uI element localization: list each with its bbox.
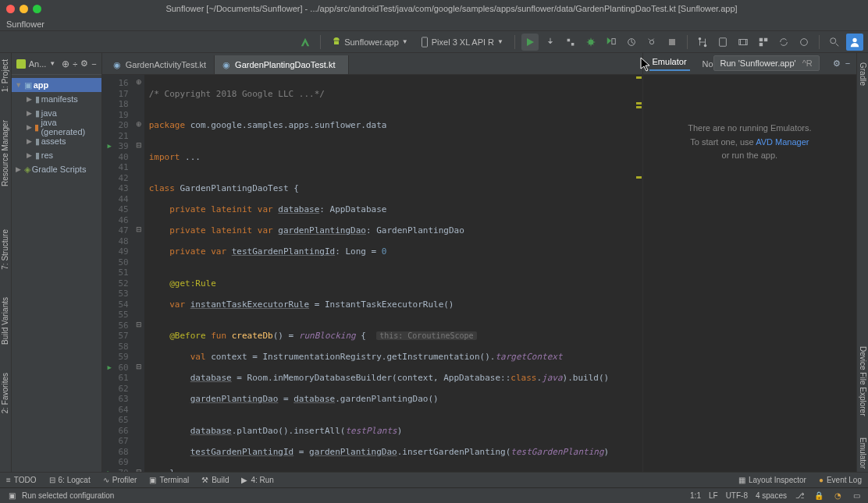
left-tool-strip: 1: Project Resource Manager 7: Structure…	[0, 53, 12, 472]
attach-debugger-button[interactable]	[643, 34, 660, 51]
tool-build-variants[interactable]: Build Variants	[1, 294, 9, 348]
chevron-down-icon: ▼	[497, 38, 503, 45]
make-button[interactable]	[297, 34, 314, 51]
editor-tabs: ◉ GardenActivityTest.kt ◉ GardenPlanting…	[102, 53, 642, 75]
emulator-empty-state: There are no running Emulators. To start…	[643, 75, 857, 472]
tool-run[interactable]: ▶ 4: Run	[241, 476, 273, 484]
run-button[interactable]	[521, 34, 539, 51]
tree-node-java-gen[interactable]: ▶▮java (generated)	[12, 120, 101, 134]
gear-icon[interactable]: ⚙	[833, 58, 841, 69]
breadcrumb-root[interactable]: Sunflower	[6, 19, 44, 29]
sync-button[interactable]	[775, 34, 792, 51]
hide-icon[interactable]: −	[91, 59, 96, 69]
chevron-down-icon[interactable]: ▼	[49, 60, 55, 67]
stop-button[interactable]	[663, 34, 681, 51]
debug-button[interactable]	[582, 34, 599, 51]
window-title: Sunflower [~/Documents/Sunflower] - .../…	[41, 4, 862, 13]
git-branch-icon[interactable]: ⎇	[795, 491, 806, 501]
title-bar: Sunflower [~/Documents/Sunflower] - .../…	[0, 0, 868, 17]
vcs-button[interactable]	[694, 34, 711, 51]
tree-node-app[interactable]: ▼▣ app	[12, 78, 101, 92]
tool-structure[interactable]: 7: Structure	[1, 226, 9, 273]
run-config-selector[interactable]: Sunflower.app ▼	[327, 34, 413, 51]
search-button[interactable]	[826, 34, 843, 51]
project-panel: An... ▼ ⊕ ÷ ⚙ − ▼▣ app ▶▮manifests ▶▮jav…	[12, 53, 102, 472]
resource-manager-button[interactable]	[755, 34, 772, 51]
bottom-tool-bar: ≡ TODO ⊟ 6: Logcat ∿ Profiler ▣ Terminal…	[0, 472, 868, 487]
emulator-tab[interactable]: Emulator	[649, 57, 690, 71]
apply-code-button[interactable]	[562, 34, 579, 51]
indent-setting[interactable]: 4 spaces	[756, 491, 787, 500]
target-icon[interactable]: ⊕	[62, 58, 69, 69]
emulator-header: Emulator No Runni Run 'Sunflower.app' ^R…	[643, 53, 857, 75]
fold-gutter[interactable]: ⊕ ⊕⊟ ⊟ ⊟ ⊟ ⊟	[133, 75, 144, 472]
maximize-window[interactable]	[33, 5, 41, 13]
tree-node-gradle[interactable]: ▶◈Gradle Scripts	[12, 162, 101, 176]
kotlin-file-icon: ◉	[113, 60, 121, 70]
tree-node-res[interactable]: ▶▮res	[12, 148, 101, 162]
memory-icon[interactable]: ▭	[851, 491, 862, 501]
kotlin-file-icon: ◉	[222, 60, 230, 70]
caret-position[interactable]: 1:1	[690, 491, 701, 500]
tool-resource-manager[interactable]: Resource Manager	[1, 117, 9, 190]
minimize-window[interactable]	[20, 5, 28, 13]
tool-layout-inspector[interactable]: ▦ Layout Inspector	[738, 476, 806, 484]
more-button[interactable]	[795, 34, 813, 51]
svg-rect-8	[720, 37, 727, 46]
run-tooltip: Run 'Sunflower.app' ^R	[713, 55, 820, 71]
tree-node-manifests[interactable]: ▶▮manifests	[12, 92, 101, 106]
sdk-manager-button[interactable]	[735, 34, 752, 51]
tab-garden-activity-test[interactable]: ◉ GardenActivityTest.kt	[105, 55, 215, 74]
tool-todo[interactable]: ≡ TODO	[6, 476, 37, 484]
svg-rect-11	[764, 37, 767, 41]
status-bar: ▣ Run selected configuration 1:1 LF UTF-…	[0, 487, 868, 503]
error-stripe[interactable]	[635, 75, 642, 472]
code-editor[interactable]: 161718 192021 394041 424344 454647 48495…	[102, 75, 642, 472]
tool-emulator[interactable]: Emulator	[859, 434, 867, 472]
svg-point-6	[699, 37, 702, 40]
tool-build[interactable]: ⚒ Build	[201, 476, 229, 484]
emulator-panel: Emulator No Runni Run 'Sunflower.app' ^R…	[642, 53, 857, 472]
svg-rect-12	[760, 42, 763, 45]
svg-rect-0	[422, 37, 427, 46]
tool-event-log[interactable]: ● Event Log	[819, 476, 862, 484]
tool-profiler[interactable]: ∿ Profiler	[103, 476, 137, 484]
device-selector[interactable]: Pixel 3 XL API R ▼	[416, 34, 508, 51]
tool-favorites[interactable]: 2: Favorites	[1, 370, 9, 416]
profiler-button[interactable]	[623, 34, 640, 51]
svg-point-14	[831, 37, 836, 43]
svg-rect-2	[612, 38, 615, 44]
svg-point-15	[852, 37, 856, 41]
tool-device-explorer[interactable]: Device File Explorer	[859, 343, 867, 419]
svg-rect-16	[16, 59, 26, 69]
line-gutter[interactable]: 161718 192021 394041 424344 454647 48495…	[102, 75, 133, 472]
tool-terminal[interactable]: ▣ Terminal	[149, 476, 189, 484]
phone-icon	[421, 37, 429, 48]
hide-icon[interactable]: −	[845, 58, 850, 69]
editor-area: ◉ GardenActivityTest.kt ◉ GardenPlanting…	[102, 53, 642, 472]
line-ending[interactable]: LF	[709, 491, 718, 500]
divide-icon[interactable]: ÷	[73, 59, 77, 69]
coverage-button[interactable]	[603, 34, 620, 51]
user-button[interactable]	[846, 34, 863, 51]
right-tool-strip: Gradle Device File Explorer Emulator	[856, 53, 868, 472]
tab-garden-planting-dao-test[interactable]: ◉ GardenPlantingDaoTest.kt	[215, 55, 348, 74]
code-content[interactable]: /* Copyright 2018 Google LLC ...*/ packa…	[144, 75, 642, 472]
apply-changes-button[interactable]	[542, 34, 559, 51]
avd-manager-button[interactable]	[714, 34, 731, 51]
gear-icon[interactable]: ⚙	[80, 58, 88, 69]
file-encoding[interactable]: UTF-8	[726, 491, 748, 500]
android-icon	[16, 59, 26, 69]
avd-manager-link[interactable]: AVD Manager	[756, 137, 809, 147]
readonly-icon[interactable]: 🔒	[813, 491, 824, 501]
tool-window-icon[interactable]: ▣	[6, 491, 17, 501]
close-window[interactable]	[6, 5, 15, 13]
svg-rect-5	[669, 39, 675, 45]
project-header: An... ▼ ⊕ ÷ ⚙ −	[12, 53, 101, 75]
tool-project[interactable]: 1: Project	[1, 56, 9, 95]
main-toolbar: Sunflower.app ▼ Pixel 3 XL API R ▼	[0, 31, 868, 53]
chevron-down-icon: ▼	[402, 38, 408, 45]
tool-logcat[interactable]: ⊟ 6: Logcat	[49, 476, 91, 484]
tool-gradle[interactable]: Gradle	[859, 59, 867, 89]
inspection-icon[interactable]: ◔	[832, 491, 843, 501]
